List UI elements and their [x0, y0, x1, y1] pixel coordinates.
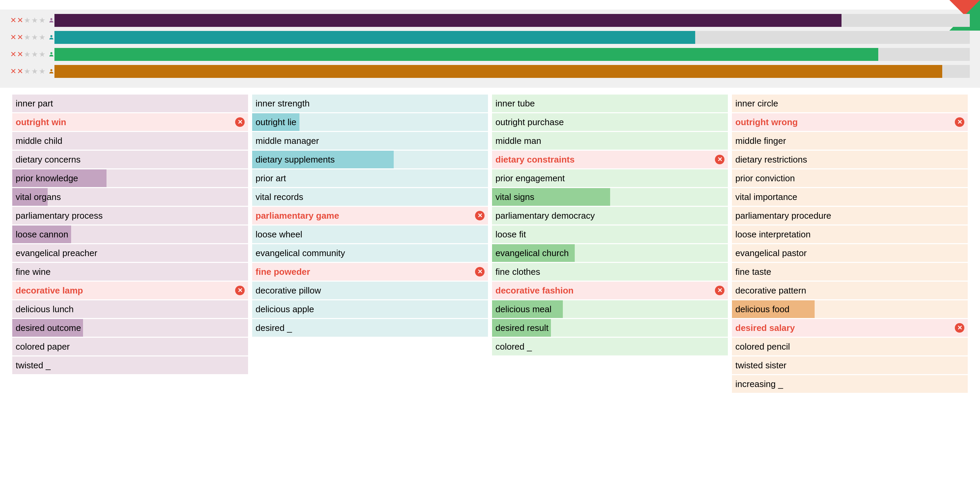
star-x-icon: ✕	[17, 50, 23, 59]
grid-item-text: vital records	[256, 192, 303, 202]
grid-item-text: fine poweder	[256, 267, 310, 277]
star-empty-icon: ★	[24, 50, 30, 59]
grid-item-text: parliamentary process	[16, 210, 103, 221]
grid-item: evangelical community	[252, 244, 488, 262]
grid-item-text: parliamentary procedure	[735, 210, 831, 221]
remove-button[interactable]: ✕	[475, 267, 485, 277]
score-stars-2: ✕✕★★★	[10, 33, 54, 42]
grid-item: inner part	[12, 95, 248, 112]
remove-button[interactable]: ✕	[715, 286, 724, 295]
grid-item: vital importance	[732, 188, 968, 206]
score-section: ✕✕★★★✕✕★★★✕✕★★★✕✕★★★	[0, 10, 980, 88]
grid-item[interactable]: desired salary✕	[732, 319, 968, 337]
grid-item-text: inner strength	[256, 98, 310, 109]
grid-item-text: decorative fashion	[495, 285, 574, 296]
grid-item-text: inner part	[16, 98, 53, 109]
grid-item-text: vital organs	[16, 192, 61, 202]
star-empty-icon: ★	[31, 67, 38, 76]
grid-item: inner strength	[252, 95, 488, 112]
grid-item: twisted sister	[732, 356, 968, 374]
grid-item-text: vital importance	[735, 192, 797, 202]
grid-item[interactable]: decorative lamp✕	[12, 281, 248, 299]
grid-item-text: dietary concerns	[16, 154, 81, 165]
grid-item: fine clothes	[492, 263, 728, 281]
grid-item-text: fine taste	[735, 267, 772, 277]
grid-item-text: evangelical pastor	[735, 248, 807, 259]
grid-item-text: outright win	[16, 117, 66, 127]
remove-button[interactable]: ✕	[235, 286, 245, 295]
remove-button[interactable]: ✕	[235, 117, 245, 127]
grid-item-text: desired result	[495, 323, 549, 333]
grid-item: prior knowledge	[12, 169, 248, 187]
grid-item-text: colored paper	[16, 342, 70, 352]
grid-item: loose wheel	[252, 226, 488, 243]
grid-item-text: parliamentary game	[256, 210, 339, 221]
grid-item[interactable]: parliamentary game✕	[252, 207, 488, 224]
grid-item[interactable]: dietary constraints✕	[492, 151, 728, 169]
remove-button[interactable]: ✕	[955, 323, 964, 332]
grid-item: outright lie	[252, 113, 488, 131]
remove-button[interactable]: ✕	[475, 211, 485, 220]
grid-item[interactable]: decorative fashion✕	[492, 281, 728, 299]
grid-item-text: colored _	[495, 342, 532, 352]
star-x-icon: ✕	[10, 16, 16, 25]
star-empty-icon: ★	[39, 50, 46, 59]
star-empty-icon: ★	[31, 33, 38, 42]
grid-item: loose cannon	[12, 226, 248, 243]
svg-point-1	[50, 35, 52, 37]
svg-point-0	[50, 18, 52, 20]
grid-col-4: inner circleoutright wrong✕middle finger…	[730, 95, 970, 394]
grid-item-text: decorative pattern	[735, 285, 806, 296]
grid-item: decorative pattern	[732, 281, 968, 299]
grid-item-text: dietary restrictions	[735, 154, 807, 165]
grid-item: dietary restrictions	[732, 151, 968, 169]
grid-item-text: delicious food	[735, 304, 789, 315]
grid-item[interactable]: fine poweder✕	[252, 263, 488, 281]
grid-item-text: outright lie	[256, 117, 296, 127]
grid-item-text: colored pencil	[735, 342, 790, 352]
player-icon	[48, 16, 54, 25]
grid-item: prior art	[252, 169, 488, 187]
grid-item-text: middle manager	[256, 136, 319, 146]
grid-item-text: evangelical preacher	[16, 248, 97, 259]
grid-item-text: desired salary	[735, 323, 795, 333]
remove-button[interactable]: ✕	[955, 117, 964, 127]
grid-item-text: fine wine	[16, 267, 51, 277]
grid-item: evangelical pastor	[732, 244, 968, 262]
score-bar	[54, 31, 695, 44]
grid-item-text: prior engagement	[495, 173, 565, 184]
player-icon	[48, 50, 54, 59]
score-bar	[54, 14, 842, 27]
star-empty-icon: ★	[31, 50, 38, 59]
svg-point-2	[50, 52, 52, 54]
star-empty-icon: ★	[31, 16, 38, 25]
grid-item-text: dietary constraints	[495, 154, 575, 165]
grid-item-text: inner circle	[735, 98, 778, 109]
grid-item-text: increasing _	[735, 379, 783, 390]
grid-item: colored _	[492, 338, 728, 355]
star-empty-icon: ★	[24, 67, 30, 76]
grid-item-text: inner tube	[495, 98, 535, 109]
grid-col-2: inner strengthoutright liemiddle manager…	[250, 95, 490, 394]
grid-item: loose interpretation	[732, 226, 968, 243]
score-bar-container	[54, 65, 970, 78]
grid-item-text: delicious meal	[495, 304, 552, 315]
grid-item: evangelical church	[492, 244, 728, 262]
score-row-4: ✕✕★★★	[10, 64, 970, 79]
grid-item: increasing _	[732, 375, 968, 393]
grid-item-text: loose wheel	[256, 229, 302, 240]
grid-col-3: inner tubeoutright purchasemiddle mandie…	[490, 95, 730, 394]
grid-item-text: vital signs	[495, 192, 534, 202]
grid-item[interactable]: outright win✕	[12, 113, 248, 131]
grid-item: desired _	[252, 319, 488, 337]
grid-item-text: middle man	[495, 136, 541, 146]
star-x-icon: ✕	[17, 33, 23, 42]
grid-item-text: twisted sister	[735, 360, 786, 371]
player-icon	[48, 67, 54, 76]
grid-item[interactable]: outright wrong✕	[732, 113, 968, 131]
grid-item-text: dietary supplements	[256, 154, 335, 165]
remove-button[interactable]: ✕	[715, 155, 724, 164]
svg-point-3	[50, 69, 52, 71]
score-bar-container	[54, 14, 970, 27]
grid-item: dietary supplements	[252, 151, 488, 169]
